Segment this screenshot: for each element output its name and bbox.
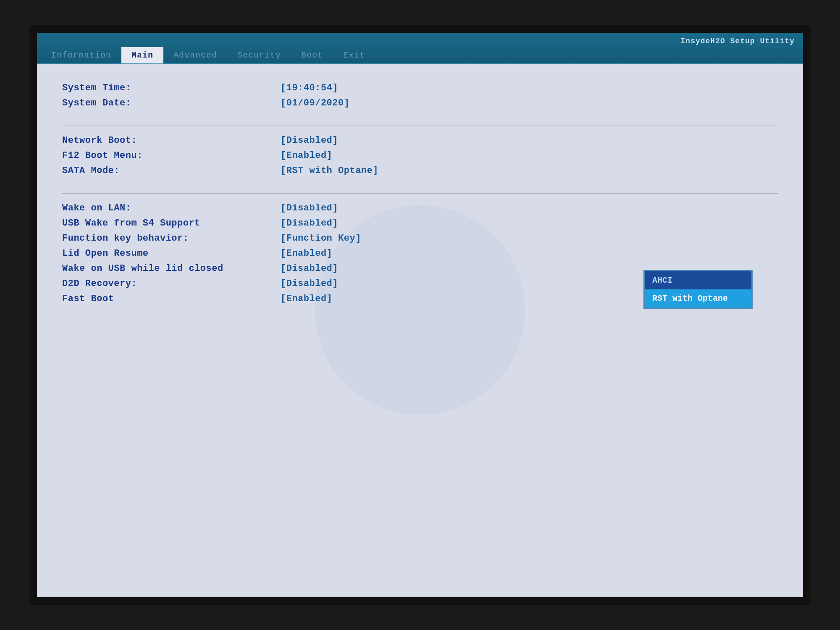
label-wake-usb-lid: Wake on USB while lid closed — [62, 263, 281, 274]
value-f12-boot-menu[interactable]: [Enabled] — [281, 150, 332, 161]
table-row: F12 Boot Menu: [Enabled] — [62, 149, 778, 164]
value-d2d-recovery[interactable]: [Disabled] — [281, 278, 338, 289]
bios-content: System Time: [19:40:54] System Date: [01… — [37, 64, 803, 597]
dropdown-option-rst[interactable]: RST with Optane — [645, 289, 751, 307]
label-sata-mode: SATA Mode: — [62, 165, 281, 176]
table-row: USB Wake from S4 Support [Disabled] — [62, 216, 778, 231]
label-system-time: System Time: — [62, 83, 281, 93]
table-row: SATA Mode: [RST with Optane] — [62, 164, 778, 179]
value-fast-boot[interactable]: [Enabled] — [281, 294, 332, 304]
value-sata-mode[interactable]: [RST with Optane] — [281, 165, 378, 176]
value-function-key-behavior[interactable]: [Function Key] — [281, 233, 361, 244]
sata-mode-dropdown[interactable]: AHCI RST with Optane — [643, 270, 753, 309]
table-row: Network Boot: [Disabled] — [62, 134, 778, 149]
bios-header: InsydeH2O Setup Utility Information Main… — [37, 33, 803, 64]
value-network-boot[interactable]: [Disabled] — [281, 135, 338, 146]
nav-item-security[interactable]: Security — [227, 47, 291, 63]
settings-group-boot: Network Boot: [Disabled] F12 Boot Menu: … — [62, 134, 778, 179]
nav-item-exit[interactable]: Exit — [333, 47, 375, 63]
label-network-boot: Network Boot: — [62, 135, 281, 146]
label-usb-wake-s4: USB Wake from S4 Support — [62, 218, 281, 228]
divider-2 — [62, 193, 778, 194]
nav-item-main[interactable]: Main — [121, 47, 163, 63]
value-system-time[interactable]: [19:40:54] — [281, 83, 338, 93]
table-row: Wake on LAN: [Disabled] — [62, 201, 778, 216]
table-row: System Time: [19:40:54] — [62, 81, 778, 96]
value-wake-usb-lid[interactable]: [Disabled] — [281, 263, 338, 274]
bios-navigation: Information Main Advanced Security Boot … — [37, 47, 803, 63]
nav-item-boot[interactable]: Boot — [291, 47, 333, 63]
label-function-key-behavior: Function key behavior: — [62, 233, 281, 244]
table-row: Function key behavior: [Function Key] — [62, 231, 778, 247]
label-wake-on-lan: Wake on LAN: — [62, 203, 281, 213]
value-usb-wake-s4[interactable]: [Disabled] — [281, 218, 338, 228]
nav-item-advanced[interactable]: Advanced — [163, 47, 227, 63]
settings-group-datetime: System Time: [19:40:54] System Date: [01… — [62, 81, 778, 111]
label-fast-boot: Fast Boot — [62, 294, 281, 304]
screen-bezel: InsydeH2O Setup Utility Information Main… — [29, 25, 811, 605]
label-d2d-recovery: D2D Recovery: — [62, 278, 281, 289]
divider-1 — [62, 126, 778, 126]
nav-item-information[interactable]: Information — [41, 47, 121, 63]
label-system-date: System Date: — [62, 98, 281, 108]
value-lid-open-resume[interactable]: [Enabled] — [281, 248, 332, 259]
value-system-date[interactable]: [01/09/2020] — [281, 98, 349, 108]
table-row: Lid Open Resume [Enabled] — [62, 247, 778, 262]
table-row: System Date: [01/09/2020] — [62, 96, 778, 111]
value-wake-on-lan[interactable]: [Disabled] — [281, 203, 338, 213]
bios-title: InsydeH2O Setup Utility — [37, 35, 803, 47]
label-f12-boot-menu: F12 Boot Menu: — [62, 150, 281, 161]
label-lid-open-resume: Lid Open Resume — [62, 248, 281, 259]
dropdown-option-ahci[interactable]: AHCI — [645, 271, 751, 289]
